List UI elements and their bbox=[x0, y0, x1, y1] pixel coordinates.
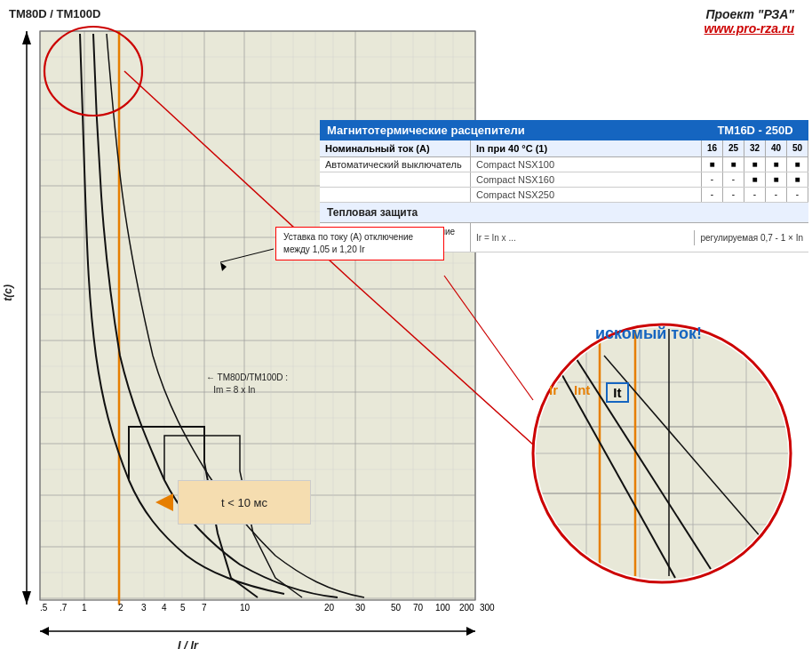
table-row: Автоматический выключатель Compact NSX10… bbox=[320, 157, 808, 172]
rv1-3: ■ bbox=[744, 157, 766, 172]
project-info: Проект "РЗА" www.pro-rza.ru bbox=[705, 7, 794, 36]
row2-product: Compact NSX160 bbox=[471, 172, 702, 187]
row1-values: ■ ■ ■ ■ ■ bbox=[702, 157, 808, 172]
project-url[interactable]: www.pro-rza.ru bbox=[705, 21, 794, 36]
rv1-2: ■ bbox=[723, 157, 744, 172]
svg-marker-53 bbox=[40, 627, 49, 636]
rv3-3: - bbox=[744, 188, 766, 202]
svg-point-57 bbox=[533, 324, 791, 582]
zoom-label-int: Int bbox=[574, 382, 590, 403]
x-label-3: 3 bbox=[141, 603, 147, 613]
annotation-text: Уставка по току (А) отключение между 1,0… bbox=[283, 231, 436, 256]
rv2-2: - bbox=[723, 172, 744, 187]
rv3-5: - bbox=[787, 188, 808, 202]
zoom-label-it: It bbox=[606, 382, 628, 403]
svg-marker-52 bbox=[466, 627, 475, 636]
svg-marker-56 bbox=[22, 591, 31, 605]
rv2-1: - bbox=[702, 172, 723, 187]
page-title: TM80D / TM100D bbox=[9, 7, 100, 20]
svg-point-58 bbox=[536, 327, 788, 580]
rv3-1: - bbox=[702, 188, 723, 202]
x-label-10: 10 bbox=[240, 603, 250, 613]
x-label-1: 1 bbox=[82, 603, 87, 613]
rv1-5: ■ bbox=[787, 157, 808, 172]
x-label-30: 30 bbox=[355, 603, 365, 613]
col-val-16: 16 bbox=[702, 140, 723, 156]
x-label-0.7: .7 bbox=[60, 603, 67, 613]
x-label-7: 7 bbox=[202, 603, 207, 613]
tm-label: ← TM80D/TM100D : Im = 8 x In bbox=[206, 372, 288, 397]
x-label-70: 70 bbox=[413, 603, 423, 613]
row3-values: - - - - - bbox=[702, 188, 808, 202]
iskomyi-label: искомый ток! bbox=[595, 324, 702, 343]
col-val-32: 32 bbox=[744, 140, 766, 156]
row2-label bbox=[320, 172, 471, 187]
table-header: Магнитотермические расцепители TM16D - 2… bbox=[320, 120, 808, 140]
svg-marker-49 bbox=[220, 262, 227, 271]
x-label-4: 4 bbox=[162, 603, 167, 613]
x-label-0.5: .5 bbox=[40, 603, 47, 613]
table-header-range: TM16D - 250D bbox=[702, 120, 808, 140]
x-label-5: 5 bbox=[180, 603, 186, 613]
rv2-3: ■ bbox=[744, 172, 766, 187]
row3-product: Compact NSX250 bbox=[471, 188, 702, 202]
col-val-50: 50 bbox=[787, 140, 808, 156]
col-val-40: 40 bbox=[766, 140, 787, 156]
svg-point-47 bbox=[44, 27, 142, 116]
row3-label bbox=[320, 188, 471, 202]
project-name: Проект "РЗА" bbox=[705, 7, 794, 21]
table-row: Compact NSX250 - - - - - bbox=[320, 188, 808, 203]
svg-line-46 bbox=[351, 280, 533, 445]
x-label-300: 300 bbox=[480, 603, 495, 613]
zoom-labels: Ir Int It bbox=[549, 382, 629, 403]
col-in: In при 40 °C (1) bbox=[471, 140, 702, 156]
row1-product: Compact NSX100 bbox=[471, 157, 702, 172]
rv2-5: ■ bbox=[787, 172, 808, 187]
table-sub-header: Номинальный ток (А) In при 40 °C (1) 16 … bbox=[320, 140, 808, 157]
annotation-box: Уставка по току (А) отключение между 1,0… bbox=[275, 227, 444, 260]
svg-line-72 bbox=[444, 276, 533, 400]
svg-marker-50 bbox=[155, 493, 173, 511]
zoom-label-ir: Ir bbox=[549, 382, 558, 403]
rv3-2: - bbox=[723, 188, 744, 202]
rv1-4: ■ bbox=[766, 157, 787, 172]
tbox: t < 10 мс bbox=[178, 480, 311, 525]
x-axis-title: I / Ir bbox=[178, 638, 198, 649]
rv3-4: - bbox=[766, 188, 787, 202]
row1-label: Автоматический выключатель bbox=[320, 157, 471, 172]
rv2-4: ■ bbox=[766, 172, 787, 187]
svg-rect-59 bbox=[536, 327, 788, 580]
col-values-header: 16 25 32 40 50 bbox=[702, 140, 808, 156]
thermal-range: регулируемая 0,7 - 1 × In bbox=[695, 230, 808, 245]
y-axis-title: t(c) bbox=[2, 284, 14, 301]
x-label-2: 2 bbox=[118, 603, 123, 613]
col-nominal: Номинальный ток (А) bbox=[320, 140, 471, 156]
thermal-header: Тепловая защита bbox=[320, 203, 808, 223]
svg-line-48 bbox=[220, 249, 274, 262]
tbox-label: t < 10 мс bbox=[221, 496, 267, 509]
svg-marker-55 bbox=[22, 31, 31, 44]
thermal-formula: Ir = In x ... bbox=[471, 230, 695, 245]
x-label-100: 100 bbox=[435, 603, 450, 613]
table-row: Compact NSX160 - - ■ ■ ■ bbox=[320, 172, 808, 188]
row2-values: - - ■ ■ ■ bbox=[702, 172, 808, 187]
table-header-main: Магнитотермические расцепители bbox=[320, 120, 702, 140]
x-label-20: 20 bbox=[324, 603, 334, 613]
x-label-200: 200 bbox=[459, 603, 474, 613]
x-label-50: 50 bbox=[391, 603, 401, 613]
rv1-1: ■ bbox=[702, 157, 723, 172]
col-val-25: 25 bbox=[723, 140, 744, 156]
